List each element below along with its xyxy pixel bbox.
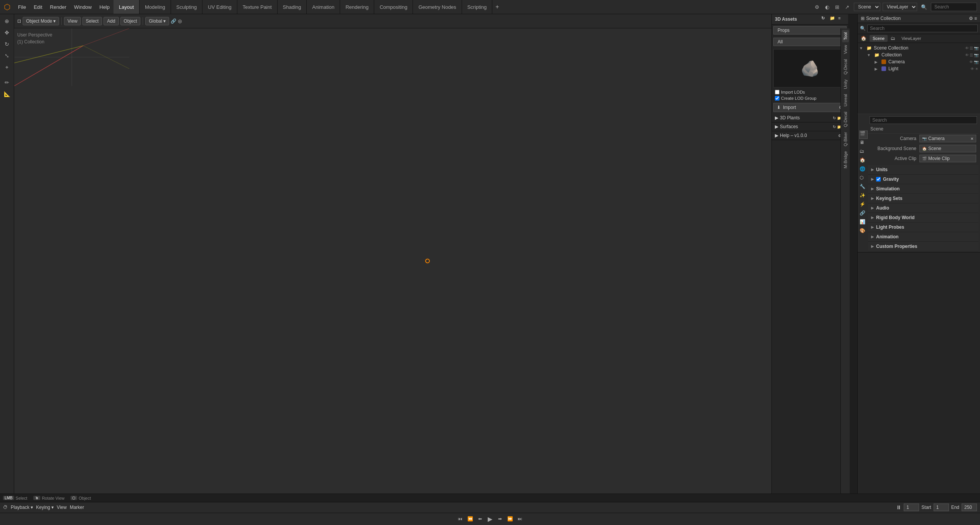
object-menu[interactable]: Object [120,17,141,25]
audio-header[interactable]: ▶ Audio [868,203,978,213]
custom-properties-header[interactable]: ▶ Custom Properties [868,242,978,251]
sort-icon[interactable]: ≡ [974,16,977,21]
menu-file[interactable]: File [14,0,30,14]
units-header[interactable]: ▶ Units [868,165,978,174]
subcategory-surfaces[interactable]: ▶ Surfaces ↻ 📁 ≡ [772,122,848,131]
gravity-header[interactable]: ▶ Gravity [868,175,978,184]
play-btn[interactable]: ▶ [486,515,494,523]
tab-shading[interactable]: Shading [278,0,307,14]
scale-tool[interactable]: ⤡ [2,50,12,61]
subcategory-help[interactable]: ▶ Help – v1.0.0 ⚙ ≡ [772,131,848,140]
n-panel-tab-qbiker[interactable]: Q-Biker [842,130,849,149]
eye-icon[interactable]: 👁 [965,46,969,50]
timeline-view-menu[interactable]: View [57,505,67,510]
gizmo-icon[interactable]: ↗ [842,2,852,12]
tab-geometry-nodes[interactable]: Geometry Nodes [413,0,462,14]
n-panel-tab-qdecal2[interactable]: Q-Decal [842,109,849,129]
active-clip-value[interactable]: 🎬 Movie Clip [919,155,976,162]
n-panel-tab-mbridge[interactable]: M-Bridge [842,149,849,171]
tab-modeling[interactable]: Modeling [140,0,171,14]
prev-keyframe-btn[interactable]: ⬅ [476,515,484,523]
tab-layout[interactable]: Layout [113,0,140,14]
sun-icon[interactable]: ☀ [975,67,978,71]
jump-start-btn[interactable]: ⏮ [456,515,464,523]
props-world-icon[interactable]: 🌐 [859,166,868,174]
import-button[interactable]: ⬇ Import ⚙ [773,103,847,112]
tree-item-scene-collection[interactable]: ▼ 📁 Scene Collection 👁 ☰ 📷 [858,45,980,51]
assets-folder-icon[interactable]: 📁 [830,16,837,23]
step-forward-btn[interactable]: ⏩ [506,515,514,523]
tab-uv-editing[interactable]: UV Editing [202,0,237,14]
rigid-body-header[interactable]: ▶ Rigid Body World [868,213,978,222]
n-panel-tab-tool[interactable]: Tool [842,30,849,42]
create-lod-group-checkbox[interactable] [775,96,779,101]
render-engine-icon[interactable]: ⚙ [812,2,822,12]
end-frame-input[interactable]: 250 [962,504,977,511]
menu-window[interactable]: Window [70,0,95,14]
camera-icon[interactable]: 📷 [974,53,978,57]
tab-add-button[interactable]: + [492,0,502,14]
jump-end-btn[interactable]: ⏭ [516,515,524,523]
next-keyframe-btn[interactable]: ➡ [496,515,504,523]
eye-icon[interactable]: 👁 [970,67,974,71]
props-view-layer-icon[interactable]: 🗂 [859,148,868,157]
keying-sets-header[interactable]: ▶ Keying Sets [868,194,978,203]
props-search-input[interactable] [870,116,977,124]
marker-menu[interactable]: Marker [70,505,84,510]
transform-dropdown[interactable]: Global ▾ [145,17,169,25]
camera-icon[interactable]: 📷 [974,60,978,64]
filter-icon[interactable]: ☰ [970,53,973,57]
import-lods-checkbox[interactable] [775,90,779,94]
tab-rendering[interactable]: Rendering [340,0,374,14]
assets-refresh-icon[interactable]: ↻ [821,16,828,23]
simulation-header[interactable]: ▶ Simulation [868,184,978,193]
eye-icon[interactable]: 👁 [965,53,969,57]
measure-tool[interactable]: 📐 [2,89,12,99]
refresh-icon[interactable]: ↻ [833,116,836,120]
props-constraint-icon[interactable]: 🔗 [859,210,868,218]
props-render-icon[interactable]: 🎬 [859,130,868,139]
outliner-search-input[interactable] [867,25,978,32]
timeline-type-icon[interactable]: ⏱ [3,505,8,510]
props-particle-icon[interactable]: ✨ [859,192,868,201]
outliner-tab-scene[interactable]: Scene [870,35,888,42]
menu-edit[interactable]: Edit [30,0,46,14]
filter-icon[interactable]: ☰ [970,46,973,50]
tab-sculpting[interactable]: Sculpting [171,0,202,14]
n-panel-tab-unity[interactable]: Unity [842,77,849,91]
viewlayer-selector[interactable]: ViewLayer [883,3,917,11]
props-output-icon[interactable]: 🖥 [859,139,868,148]
camera-icon[interactable]: 📷 [974,46,978,50]
props-physics-icon[interactable]: ⚡ [859,201,868,210]
snap-icon[interactable]: 🔗 [171,18,176,24]
props-modifier-icon[interactable]: 🔧 [859,183,868,192]
assets-category-dropdown[interactable]: Props [773,26,847,35]
n-panel-tab-unreal[interactable]: Unreal [842,92,849,109]
outliner-tab-viewlayer[interactable]: ViewLayer [898,35,924,42]
tab-scripting[interactable]: Scripting [462,0,493,14]
background-scene-value[interactable]: 🏠 Scene [919,145,976,152]
camera-delete-icon[interactable]: ✕ [970,137,973,141]
view-menu[interactable]: View [64,17,81,25]
n-panel-tab-qdecal[interactable]: Q-Decal [842,57,849,77]
object-mode-dropdown[interactable]: Object Mode ▾ [23,17,59,25]
props-scene-icon[interactable]: 🏠 [859,157,868,165]
light-probes-header[interactable]: ▶ Light Probes [868,223,978,232]
proportional-edit-icon[interactable]: ◎ [178,18,182,24]
animation-header[interactable]: ▶ Animation [868,232,978,241]
tree-item-light[interactable]: ▶ Light 👁 ☀ [858,65,980,72]
tree-item-collection[interactable]: ▼ 📁 Collection 👁 ☰ 📷 [858,51,980,58]
scene-selector[interactable]: Scene [854,3,880,11]
move-tool[interactable]: ✥ [2,27,12,38]
props-object-icon[interactable]: ⬡ [859,175,868,183]
rotate-tool[interactable]: ↻ [2,39,12,50]
assets-filter-dropdown[interactable]: All [773,38,847,46]
viewport-shading-icon[interactable]: ◐ [822,2,832,12]
menu-help[interactable]: Help [95,0,113,14]
viewport-type-icon[interactable]: ⊡ [17,18,21,24]
search-input-top[interactable] [931,3,977,11]
keying-dropdown[interactable]: Keying ▾ [36,505,54,510]
step-back-btn[interactable]: ⏪ [466,515,474,523]
search-icon[interactable]: 🔍 [919,2,929,12]
tab-animation[interactable]: Animation [307,0,340,14]
